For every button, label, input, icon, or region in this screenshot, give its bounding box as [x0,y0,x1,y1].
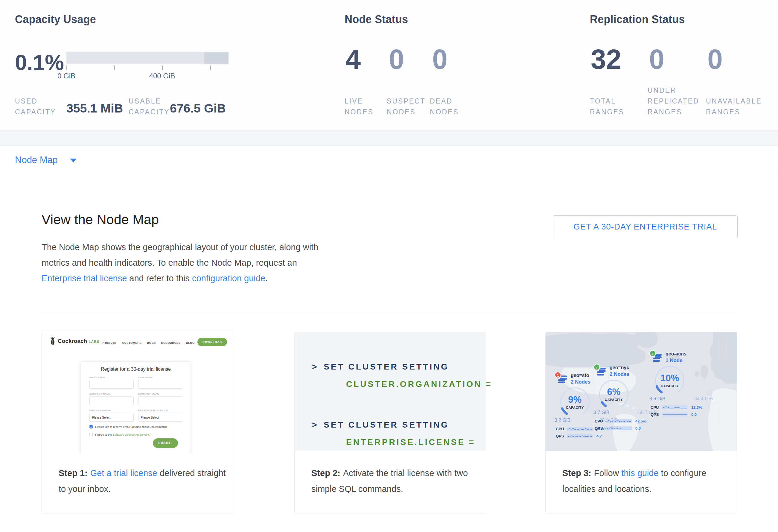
mini-site-nav: PRODUCT CUSTOMERS DOCS RESOURCES BLOG [102,341,195,345]
locality-nodes: 2 Nodes [571,379,591,385]
replication-status-title: Replication Status [590,13,685,26]
capacity-label: CAPACITY [653,384,686,388]
cpu-sparkline [567,427,593,431]
under-replicated-ranges-label: UNDER- REPLICATED RANGES [647,85,699,117]
cpu-sparkline [662,405,688,409]
step2-caption: Step 2:Activate the trial license with t… [295,453,486,513]
step1-card: Cockroach LABS PRODUCT CUSTOMERS DOCS RE… [42,332,233,514]
cluster-summary-section: Capacity Usage 0.1% 0 GiB 400 GiB USED C… [0,0,778,131]
capacity-gauge: 6% CAPACITY [598,378,630,410]
total-capacity: 34.4 GiB [694,396,713,401]
capacity-percent: 0.1% [15,50,64,75]
intro-text: The Node Map shows the geographical layo… [42,242,318,268]
locality-name: geo=ams [666,351,687,357]
usable-capacity-value: 676.5 GiB [170,101,226,116]
locality-name: geo=sfo [571,373,589,378]
this-guide-link[interactable]: this guide [622,468,658,478]
section-gap-band [0,131,778,146]
node-map-placeholder-section: View the Node Map The Node Map shows the… [0,174,778,532]
enterprise-trial-license-link[interactable]: Enterprise trial license [42,274,127,283]
nav-item: RESOURCES [161,341,181,345]
view-selector-bar: Node Map [0,146,778,174]
sql-arg-license: ENTERPRISE.LICENSE = [346,438,475,447]
used-capacity: 3.2 GiB [555,418,570,423]
capacity-label: CAPACITY [559,406,591,409]
suspect-nodes-label: SUSPECTNODES [387,96,425,117]
download-button-image: DOWNLOAD [198,338,227,346]
section-divider [42,313,737,313]
step-label: Step 2: [311,468,340,478]
cpu-sparkline [606,419,632,423]
capacity-usage-panel: Capacity Usage 0.1% 0 GiB 400 GiB USED C… [15,0,251,131]
capacity-range: 3.6 GiB 34.4 GiB [649,396,713,401]
qps-sparkline [606,427,632,430]
step1-caption: Step 1:Get a trial license delivered str… [42,453,233,513]
locality-nodes: 2 Nodes [610,371,629,377]
node-map-dropdown-label: Node Map [15,155,58,165]
page-title: View the Node Map [42,212,159,227]
dead-nodes-value: 0 [432,44,448,75]
node-map-dropdown[interactable]: Node Map [15,146,77,174]
sql-line: >SET CLUSTER SETTING [312,420,449,430]
used-capacity-label: USED CAPACITY [15,96,56,117]
get-trial-license-link[interactable]: Get a trial license [90,468,157,478]
form-title: Register for a 30-day trial license [81,367,190,372]
live-nodes-value: 4 [345,44,361,75]
capacity-bar-tick [114,66,115,70]
capacity-bar [66,52,229,64]
form-field: COMPANY EMAIL [138,393,182,405]
capacity-percent: 9% [559,394,591,405]
cockroach-labs-logo: Cockroach LABS [50,337,100,345]
qps-row: QPS 0.0 [650,412,713,417]
capacity-usage-title: Capacity Usage [15,13,96,26]
submit-button-image: SUBMIT [153,438,178,448]
replication-status-panel: Replication Status 32 0 0 TOTALRANGES UN… [590,0,775,131]
capacity-bar-tick [66,66,67,70]
qps-sparkline [567,434,593,438]
qps-row: QPS 0.0 [595,426,657,431]
dead-nodes-label: DEADNODES [430,96,459,117]
checkbox-label: I would like to receive email updates ab… [95,425,168,429]
form-fields: FIRST NAME LAST NAME COMPANY NAME COMPAN… [89,376,182,422]
usable-capacity-label: USABLE CAPACITY [129,96,170,117]
get-enterprise-trial-button[interactable]: GET A 30-DAY ENTERPRISE TRIAL [553,215,737,238]
capacity-percent: 6% [598,387,630,397]
email-updates-checkbox-row: I would like to receive email updates ab… [89,425,168,429]
cpu-row: CPU 42.5% [595,419,657,424]
capacity-percent: 10% [653,373,686,384]
checkbox-label: I agree to the [95,433,112,436]
form-field: PROJECT PHASEPlease Select [89,409,134,422]
locality-nodes: 1 Node [666,358,683,364]
node-status-panel: Node Status 4 0 0 LIVENODES SUSPECTNODES… [344,0,554,131]
form-field: COMPANY NAME [89,393,134,405]
qps-row: QPS 4.7 [556,434,618,438]
intro-text: and refer to this [127,274,192,283]
logo-suffix-text: LABS [88,339,100,344]
configuration-guide-link[interactable]: configuration guide [192,274,265,283]
used-capacity: 3.7 GiB [594,410,609,415]
node-map-preview-image: 1 geo=sfo 2 Nodes 9% CAPACITY [546,332,737,451]
unavailable-ranges-label: UNAVAILABLERANGES [706,96,762,117]
license-agreement-link: Software License Agreement. [113,433,150,436]
trial-license-form-image: Register for a 30-day trial license FIRS… [81,362,191,454]
suspect-nodes-value: 0 [389,44,404,75]
form-field: REASON FOR INTERESTPlease Select [138,409,182,422]
capacity-bar-tick [210,66,211,70]
capacity-gauge: 10% CAPACITY [653,365,686,397]
live-nodes-label: LIVENODES [344,96,374,117]
step2-card: >SET CLUSTER SETTING CLUSTER.ORGANIZATIO… [294,332,486,514]
chevron-down-icon [70,159,77,162]
nav-item: PRODUCT [102,341,116,345]
intro-paragraph: The Node Map shows the geographical layo… [42,239,325,286]
capacity-gauge: 9% CAPACITY [559,386,591,418]
capacity-range: 3.7 GiB 65.7 GiB [594,410,657,415]
checkbox-unchecked-icon [89,433,93,436]
unavailable-ranges-value: 0 [707,44,723,75]
nav-item: CUSTOMERS [122,341,142,345]
capacity-bar-tick [162,66,163,70]
node-status-title: Node Status [344,13,408,26]
checkbox-checked-icon [89,425,93,429]
step-label: Step 3: [562,468,591,478]
form-field: LAST NAME [138,376,182,389]
capacity-label: CAPACITY [598,398,630,401]
